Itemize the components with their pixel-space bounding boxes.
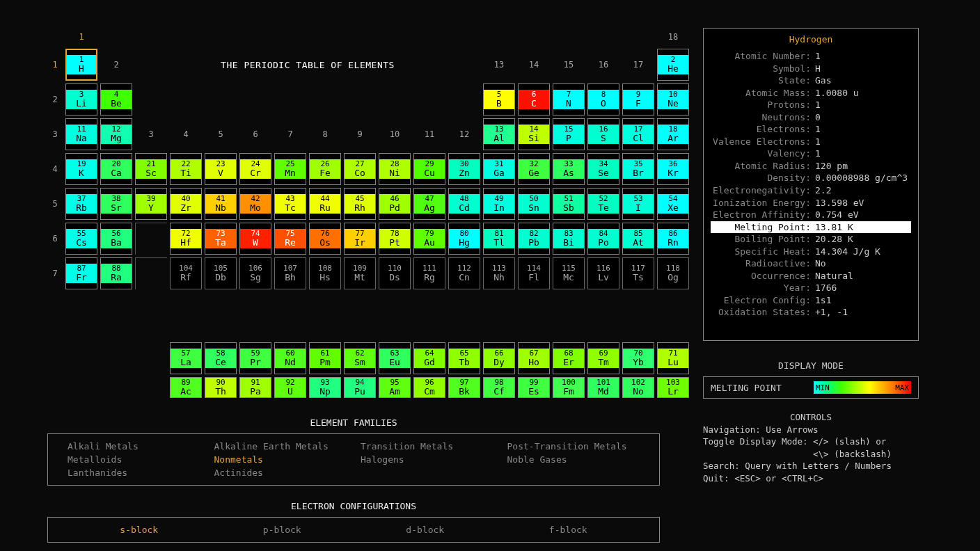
- block-p-block[interactable]: p-block: [263, 525, 301, 535]
- element-Xe[interactable]: 54Xe: [657, 188, 689, 220]
- element-Fe[interactable]: 26Fe: [309, 153, 341, 185]
- element-Cd[interactable]: 48Cd: [448, 188, 480, 220]
- element-Fm[interactable]: 100Fm: [553, 377, 585, 398]
- family-halogens[interactable]: Halogens: [361, 454, 493, 465]
- element-Ti[interactable]: 22Ti: [170, 153, 202, 185]
- element-Cr[interactable]: 24Cr: [239, 153, 271, 185]
- element-K[interactable]: 19K: [65, 153, 97, 185]
- element-Lv[interactable]: 116Lv: [587, 257, 619, 289]
- element-Sm[interactable]: 62Sm: [344, 342, 376, 374]
- block-f-block[interactable]: f-block: [549, 525, 587, 535]
- element-Ds[interactable]: 110Ds: [379, 257, 411, 289]
- element-Te[interactable]: 52Te: [587, 188, 619, 220]
- family-alkali-metals[interactable]: Alkali Metals: [68, 441, 200, 452]
- block-d-block[interactable]: d-block: [406, 525, 444, 535]
- element-Ce[interactable]: 58Ce: [205, 342, 237, 374]
- element-Tc[interactable]: 43Tc: [274, 188, 306, 220]
- element-Og[interactable]: 118Og: [657, 257, 689, 289]
- element-Ge[interactable]: 32Ge: [518, 153, 550, 185]
- element-Ag[interactable]: 47Ag: [413, 188, 445, 220]
- element-Yb[interactable]: 70Yb: [622, 342, 654, 374]
- element-Sc[interactable]: 21Sc: [135, 153, 167, 185]
- element-Rh[interactable]: 45Rh: [344, 188, 376, 220]
- periodic-table[interactable]: THE PERIODIC TABLE OF ELEMENTS1234567891…: [47, 28, 689, 398]
- family-lanthanides[interactable]: Lanthanides: [68, 468, 200, 478]
- family-nonmetals[interactable]: Nonmetals: [214, 454, 347, 465]
- element-Sn[interactable]: 50Sn: [518, 188, 550, 220]
- element-H[interactable]: 1H: [65, 49, 97, 81]
- element-F[interactable]: 9F: [622, 83, 654, 115]
- element-Pu[interactable]: 94Pu: [344, 377, 376, 398]
- element-Hs[interactable]: 108Hs: [309, 257, 341, 289]
- element-Ta[interactable]: 73Ta: [205, 223, 237, 255]
- element-Ni[interactable]: 28Ni: [379, 153, 411, 185]
- element-Sr[interactable]: 38Sr: [100, 188, 132, 220]
- element-He[interactable]: 2He: [657, 49, 689, 81]
- element-No[interactable]: 102No: [622, 377, 654, 398]
- element-Cs[interactable]: 55Cs: [65, 223, 97, 255]
- family-actinides[interactable]: Actinides: [214, 468, 347, 478]
- element-Po[interactable]: 84Po: [587, 223, 619, 255]
- element-Sg[interactable]: 106Sg: [239, 257, 271, 289]
- element-Fr[interactable]: 87Fr: [65, 257, 97, 289]
- element-Bk[interactable]: 97Bk: [448, 377, 480, 398]
- element-Np[interactable]: 93Np: [309, 377, 341, 398]
- element-Li[interactable]: 3Li: [65, 83, 97, 115]
- element-Y[interactable]: 39Y: [135, 188, 167, 220]
- element-Cu[interactable]: 29Cu: [413, 153, 445, 185]
- element-Ga[interactable]: 31Ga: [483, 153, 515, 185]
- element-C[interactable]: 6C: [518, 83, 550, 115]
- element-Eu[interactable]: 63Eu: [379, 342, 411, 374]
- element-O[interactable]: 8O: [587, 83, 619, 115]
- element-Ra[interactable]: 88Ra: [100, 257, 132, 289]
- element-B[interactable]: 5B: [483, 83, 515, 115]
- display-mode-box[interactable]: MELTING POINT MIN MAX: [703, 376, 919, 399]
- element-Hf[interactable]: 72Hf: [170, 223, 202, 255]
- family-transition-metals[interactable]: Transition Metals: [361, 441, 493, 452]
- family-post-transition-metals[interactable]: Post-Transition Metals: [507, 441, 640, 452]
- element-Pm[interactable]: 61Pm: [309, 342, 341, 374]
- element-Er[interactable]: 68Er: [553, 342, 585, 374]
- element-Cf[interactable]: 98Cf: [483, 377, 515, 398]
- element-P[interactable]: 15P: [553, 118, 585, 150]
- element-Au[interactable]: 79Au: [413, 223, 445, 255]
- element-Nh[interactable]: 113Nh: [483, 257, 515, 289]
- element-Pt[interactable]: 78Pt: [379, 223, 411, 255]
- element-Rb[interactable]: 37Rb: [65, 188, 97, 220]
- element-Dy[interactable]: 66Dy: [483, 342, 515, 374]
- element-Be[interactable]: 4Be: [100, 83, 132, 115]
- element-Db[interactable]: 105Db: [205, 257, 237, 289]
- element-Ru[interactable]: 44Ru: [309, 188, 341, 220]
- element-Os[interactable]: 76Os: [309, 223, 341, 255]
- element-Ho[interactable]: 67Ho: [518, 342, 550, 374]
- element-Hg[interactable]: 80Hg: [448, 223, 480, 255]
- element-Ar[interactable]: 18Ar: [657, 118, 689, 150]
- element-Si[interactable]: 14Si: [518, 118, 550, 150]
- element-Cl[interactable]: 17Cl: [622, 118, 654, 150]
- element-Tm[interactable]: 69Tm: [587, 342, 619, 374]
- element-Rn[interactable]: 86Rn: [657, 223, 689, 255]
- element-Ne[interactable]: 10Ne: [657, 83, 689, 115]
- element-Kr[interactable]: 36Kr: [657, 153, 689, 185]
- element-In[interactable]: 49In: [483, 188, 515, 220]
- element-Mn[interactable]: 25Mn: [274, 153, 306, 185]
- element-Ca[interactable]: 20Ca: [100, 153, 132, 185]
- element-Cm[interactable]: 96Cm: [413, 377, 445, 398]
- element-Ba[interactable]: 56Ba: [100, 223, 132, 255]
- element-Pb[interactable]: 82Pb: [518, 223, 550, 255]
- family-alkaline-earth-metals[interactable]: Alkaline Earth Metals: [214, 441, 347, 452]
- element-Fl[interactable]: 114Fl: [518, 257, 550, 289]
- element-Rf[interactable]: 104Rf: [170, 257, 202, 289]
- element-Tl[interactable]: 81Tl: [483, 223, 515, 255]
- element-Pr[interactable]: 59Pr: [239, 342, 271, 374]
- element-Sb[interactable]: 51Sb: [553, 188, 585, 220]
- element-As[interactable]: 33As: [553, 153, 585, 185]
- element-Mc[interactable]: 115Mc: [553, 257, 585, 289]
- element-W[interactable]: 74W: [239, 223, 271, 255]
- element-Mg[interactable]: 12Mg: [100, 118, 132, 150]
- element-At[interactable]: 85At: [622, 223, 654, 255]
- element-Bh[interactable]: 107Bh: [274, 257, 306, 289]
- element-Mo[interactable]: 42Mo: [239, 188, 271, 220]
- element-Zr[interactable]: 40Zr: [170, 188, 202, 220]
- element-Nd[interactable]: 60Nd: [274, 342, 306, 374]
